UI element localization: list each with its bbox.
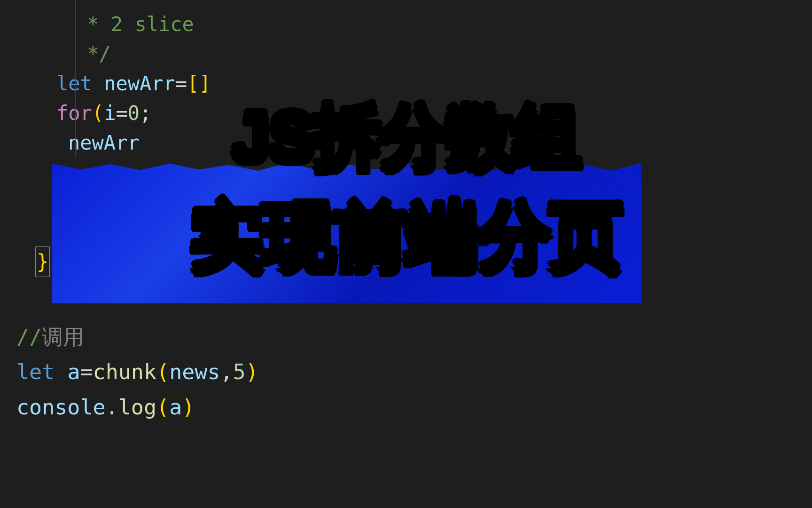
object-console: console [16,395,106,420]
bottom-code-block[interactable]: //调用 let a=chunk(news,5) console.log(a) [16,320,258,425]
number-five: 5 [233,359,246,384]
keyword-let-2: let [16,359,55,384]
code-line-comment-2: */ [33,39,812,69]
function-log: log [118,395,156,420]
title-text-2: 实现前端分页 [190,193,622,275]
paren-close-2: ) [246,359,258,384]
comment-slash: // [16,325,42,349]
comma: , [220,359,233,384]
overlay-title-line-1: JS拆分数组 JS拆分数组 [0,89,812,182]
paren-open-2: ( [156,359,169,384]
paren-close-3: ) [182,395,195,420]
comment-text: * 2 slice [75,13,194,36]
operator-eq-2: = [80,359,93,384]
comment-call-text: 调用 [42,325,84,349]
variable-a-2: a [169,395,182,420]
code-line-comment-call: //调用 [16,320,258,355]
code-line-comment-1: * 2 slice [33,9,812,39]
paren-open-3: ( [156,395,169,420]
comment-close: */ [75,42,111,65]
variable-a: a [67,359,80,384]
code-line-let-a: let a=chunk(news,5) [16,355,258,389]
overlay-title-line-2: 实现前端分页 实现前端分页 [0,186,812,284]
dot: . [106,395,118,420]
title-text-1: JS拆分数组 [232,96,579,173]
function-chunk: chunk [93,359,156,384]
variable-news: news [169,359,220,384]
code-line-console-log: console.log(a) [16,390,258,425]
